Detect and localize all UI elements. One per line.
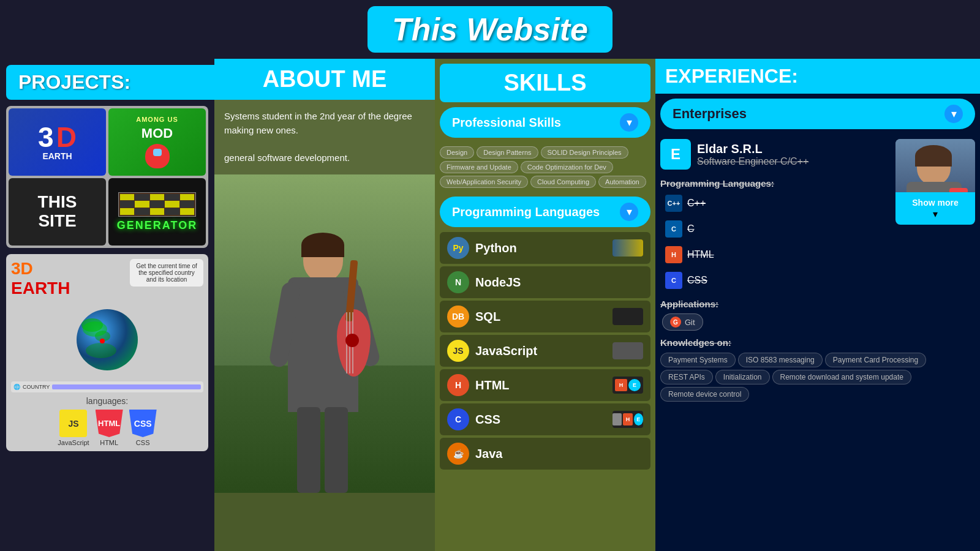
git-label: Git bbox=[685, 318, 695, 327]
projects-header: PROJECTS: bbox=[6, 65, 221, 100]
tag-initialization: Initialization bbox=[715, 370, 770, 384]
cpp-icon: C++ bbox=[665, 195, 682, 212]
skill-tag-auto: Automation bbox=[598, 176, 646, 188]
skills-column: SKILLS Professional Skills ▾ Design Desi… bbox=[435, 59, 655, 551]
skill-row-html[interactable]: H HTML H E bbox=[440, 369, 650, 401]
html-exp-label: HTML bbox=[687, 249, 714, 260]
among-label: AMONG US bbox=[136, 116, 178, 123]
show-more-label: Show more bbox=[912, 198, 958, 208]
css-label: CSS bbox=[475, 413, 606, 427]
skill-tag-design-patterns: Design Patterns bbox=[477, 146, 538, 159]
company-logo: E bbox=[660, 139, 691, 170]
professional-skills-dropdown[interactable]: Professional Skills ▾ bbox=[440, 107, 650, 138]
main-columns: PROJECTS: 3 D EARTH AMONG US MOD bbox=[0, 59, 980, 551]
generator-label: GENERATOR bbox=[117, 219, 197, 232]
html-icon: HTML bbox=[96, 410, 123, 437]
skill-tag-code-opt: Code Optimization for Dev bbox=[521, 161, 613, 173]
html-badge: H E bbox=[612, 377, 643, 394]
company-entry: E Eldar S.R.L Software Engineer C/C++ Pr… bbox=[655, 134, 980, 296]
project-card-mods[interactable]: AMONG US MOD bbox=[108, 108, 206, 176]
programming-languages-label: Programming Languages bbox=[452, 205, 600, 219]
about-photo bbox=[214, 174, 435, 493]
html-label: HTML bbox=[475, 378, 606, 392]
professional-skills-arrow[interactable]: ▾ bbox=[620, 113, 638, 132]
skill-row-javascript[interactable]: JS JavaScript bbox=[440, 335, 650, 367]
js-skill-icon: JS bbox=[447, 340, 469, 362]
person-photo: Show more ▾ bbox=[895, 139, 975, 225]
knowledge-tags: Payment Systems ISO 8583 messaging Payme… bbox=[655, 350, 980, 404]
css-exp-label: CSS bbox=[687, 275, 707, 286]
enterprises-dropdown[interactable]: Enterprises ▾ bbox=[660, 99, 975, 129]
projects-title: PROJECTS: bbox=[18, 71, 208, 94]
experience-title: EXPERIENCE: bbox=[665, 65, 970, 88]
tag-remote-device: Remote device control bbox=[660, 387, 749, 402]
earth-label: EARTH bbox=[42, 151, 72, 161]
python-label: Python bbox=[475, 241, 606, 255]
skill-row-python[interactable]: Py Python bbox=[440, 232, 650, 264]
nodejs-label: NodeJS bbox=[475, 276, 643, 290]
professional-skill-tags: Design Design Patterns SOLID Design Prin… bbox=[435, 143, 655, 192]
big-3d-title: 3D EARTH bbox=[11, 259, 70, 298]
html-exp-icon: H bbox=[665, 246, 682, 263]
about-text-2: general software development. bbox=[224, 151, 425, 165]
projects-column: PROJECTS: 3 D EARTH AMONG US MOD bbox=[0, 59, 214, 551]
project-card-this-site[interactable]: THISSITE bbox=[9, 178, 106, 246]
css-exp-icon: C bbox=[665, 272, 682, 289]
tag-remote-download: Remote download and system update bbox=[772, 370, 911, 384]
company-info: Eldar S.R.L Software Engineer C/C++ bbox=[697, 142, 889, 167]
company-role: Software Engineer C/C++ bbox=[697, 156, 889, 167]
about-header: ABOUT ME bbox=[214, 59, 435, 100]
site-title: This Website bbox=[392, 11, 588, 48]
sql-icon: DB bbox=[447, 305, 469, 328]
skill-tag-solid: SOLID Design Principles bbox=[541, 146, 628, 159]
java-label: Java bbox=[475, 447, 643, 461]
experience-column: EXPERIENCE: Enterprises ▾ E Eldar S.R.L … bbox=[655, 59, 980, 551]
enterprises-label: Enterprises bbox=[673, 106, 747, 122]
css-icon: CSS bbox=[129, 410, 157, 437]
enterprises-arrow[interactable]: ▾ bbox=[944, 105, 963, 123]
skill-tag-design: Design bbox=[440, 146, 474, 159]
earth-globe-icon bbox=[77, 309, 138, 370]
tag-iso-8583: ISO 8583 messaging bbox=[738, 353, 823, 367]
about-column: ABOUT ME Systems student in the 2nd year… bbox=[214, 59, 435, 551]
skills-title: SKILLS bbox=[446, 70, 644, 96]
projects-grid: 3 D EARTH AMONG US MOD THISSITE bbox=[6, 106, 208, 248]
c-icon: C bbox=[665, 220, 682, 238]
programming-languages-dropdown[interactable]: Programming Languages ▾ bbox=[440, 197, 650, 227]
c-label: C bbox=[687, 223, 695, 234]
show-more-button[interactable]: Show more ▾ bbox=[895, 192, 975, 225]
skill-tag-security: Web/Application Security bbox=[440, 176, 528, 188]
skill-row-sql[interactable]: DB SQL bbox=[440, 301, 650, 332]
languages-label: languages: bbox=[11, 396, 203, 406]
project-languages: languages: JS JavaScript HTML HTML CSS C… bbox=[11, 396, 203, 446]
programming-languages-arrow[interactable]: ▾ bbox=[620, 203, 638, 221]
about-text-1: Systems student in the 2nd year of the d… bbox=[224, 110, 425, 137]
exp-lang-css: C CSS bbox=[665, 272, 884, 289]
skill-row-nodejs[interactable]: N NodeJS bbox=[440, 266, 650, 298]
company-name: Eldar S.R.L bbox=[697, 142, 889, 156]
project-card-guitar[interactable]: GENERATOR bbox=[108, 178, 206, 246]
header: This Website bbox=[368, 6, 612, 53]
knowledges-section: Knowledges on: Payment Systems ISO 8583 … bbox=[655, 335, 980, 404]
this-site-label: THISSITE bbox=[38, 193, 77, 231]
js-icon: JS bbox=[59, 410, 87, 437]
tag-rest-apis: REST APIs bbox=[660, 370, 713, 384]
applications-label: Applications: bbox=[660, 299, 975, 309]
3d-label: 3 bbox=[38, 123, 54, 151]
tag-payment-systems: Payment Systems bbox=[660, 353, 736, 367]
cpp-label: C++ bbox=[687, 198, 706, 209]
node-icon: N bbox=[447, 271, 469, 293]
skill-row-css[interactable]: C CSS H E bbox=[440, 403, 650, 435]
exp-lang-c: C C bbox=[665, 220, 884, 238]
css-skill-icon: C bbox=[447, 408, 469, 430]
skill-row-java[interactable]: ☕ Java bbox=[440, 438, 650, 470]
javascript-label: JavaScript bbox=[475, 344, 606, 358]
project-3d-big[interactable]: 3D EARTH Get the current time of the spe… bbox=[6, 254, 208, 451]
git-chip[interactable]: G Git bbox=[662, 313, 703, 331]
css-badge: H E bbox=[612, 411, 643, 428]
java-skill-icon: ☕ bbox=[447, 443, 469, 465]
project-card-3d-earth[interactable]: 3 D EARTH bbox=[9, 108, 106, 176]
applications-section: Applications: G Git bbox=[655, 296, 980, 335]
about-text: Systems student in the 2nd year of the d… bbox=[214, 100, 435, 174]
d-letter: D bbox=[56, 123, 77, 151]
